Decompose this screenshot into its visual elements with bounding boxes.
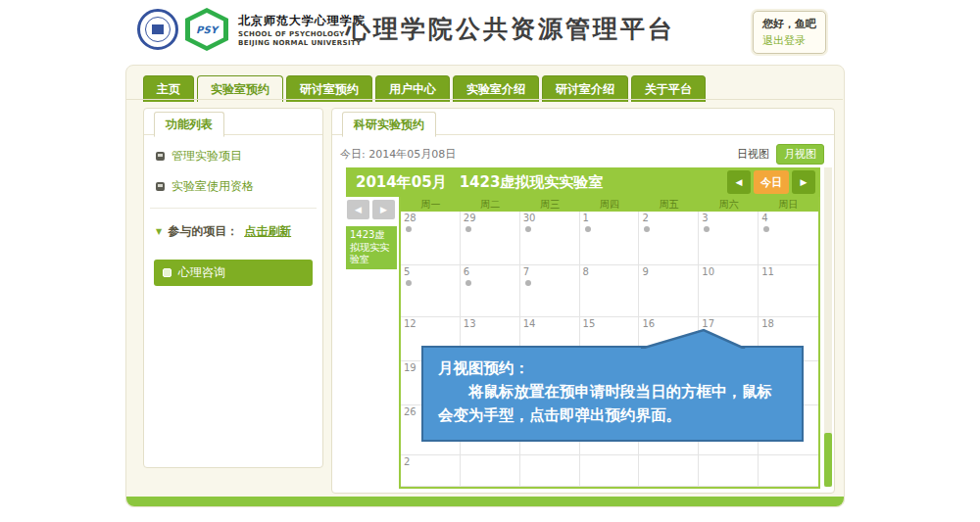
prev-month-button[interactable]: ◀ <box>727 170 751 194</box>
month-view-button[interactable]: 月视图 <box>776 144 824 165</box>
sidebar-items: 管理实验项目实验室使用资格 <box>144 141 322 202</box>
sidebar-item[interactable]: 实验室使用资格 <box>144 171 322 202</box>
day-number: 9 <box>639 265 698 277</box>
booking-dot <box>406 226 412 232</box>
calendar-day-cell[interactable]: 5 <box>401 265 461 317</box>
calendar-day-cell[interactable]: 9 <box>639 265 699 317</box>
day-number: 7 <box>520 265 579 277</box>
calendar-day-cell[interactable] <box>759 455 818 487</box>
day-number: 11 <box>759 265 818 277</box>
sidebar-item-label: 实验室使用资格 <box>172 178 254 195</box>
arrow-left-icon: ◀ <box>736 177 743 187</box>
refresh-link[interactable]: 点击刷新 <box>244 223 291 240</box>
weekday-label: 周五 <box>639 197 699 212</box>
day-number: 30 <box>520 212 579 223</box>
nav-tab[interactable]: 关于平台 <box>631 75 706 102</box>
calendar-scrollbar-track <box>824 167 832 487</box>
rail-prev-button[interactable]: ◀ <box>347 200 369 219</box>
day-number <box>520 455 579 456</box>
nav-tab[interactable]: 实验室介绍 <box>453 75 539 102</box>
sidebar: 功能列表 管理实验项目实验室使用资格 ▼ 参与的项目： 点击刷新 心理咨询 <box>143 108 323 468</box>
booking-dot <box>406 280 412 286</box>
calendar-scrollbar-thumb[interactable] <box>824 433 832 487</box>
arrow-right-icon: ▶ <box>801 177 808 187</box>
calendar-day-cell[interactable]: 2 <box>401 455 461 487</box>
calendar-day-cell[interactable]: 29 <box>461 212 520 265</box>
calendar-day-cell[interactable]: 6 <box>461 265 520 317</box>
nav-tab[interactable]: 研讨室介绍 <box>542 75 628 102</box>
nav-tab[interactable]: 实验室预约 <box>197 75 283 102</box>
next-month-button[interactable]: ▶ <box>792 170 815 194</box>
day-number: 2 <box>401 455 460 467</box>
day-number <box>461 455 519 456</box>
main-tabs: 主页实验室预约研讨室预约用户中心实验室介绍研讨室介绍关于平台 <box>143 75 706 102</box>
today-date-label: 今日: 2014年05月08日 <box>340 147 456 162</box>
rail-next-button[interactable]: ▶ <box>372 200 395 219</box>
day-number: 29 <box>461 212 519 223</box>
sidebar-item-active[interactable]: 心理咨询 <box>154 260 313 286</box>
calendar-day-cell[interactable] <box>520 455 580 487</box>
calendar-grid-area: 周一周二周三周四周五周六周日 2829301234567891011121314… <box>399 197 820 489</box>
day-number: 10 <box>699 265 758 277</box>
day-number: 28 <box>401 212 460 223</box>
sidebar-tabrow: 功能列表 <box>144 109 322 135</box>
weekday-label: 周二 <box>461 197 520 212</box>
booking-dot <box>704 226 710 232</box>
arrow-right-icon: ▶ <box>380 205 387 214</box>
day-number <box>580 455 639 456</box>
nav-tab[interactable]: 用户中心 <box>375 75 450 102</box>
calendar-day-cell[interactable] <box>580 455 640 487</box>
logout-link[interactable]: 退出登录 <box>762 33 816 48</box>
sidebar-item[interactable]: 管理实验项目 <box>144 141 322 171</box>
day-number <box>639 455 698 456</box>
day-number <box>699 455 758 456</box>
calendar-header: 2014年05月 1423虚拟现实实验室 ◀ 今日 ▶ <box>346 167 820 197</box>
seal-core <box>152 24 164 34</box>
calendar-month: 2014年05月 <box>356 173 447 192</box>
tab-divider <box>126 99 843 100</box>
weekday-label: 周四 <box>580 197 640 212</box>
page: PSY 北京师范大学心理学院 SCHOOL OF PSYCHOLOGY BEIJ… <box>0 0 980 522</box>
day-number: 14 <box>520 317 579 329</box>
calendar-day-cell[interactable]: 10 <box>699 265 759 317</box>
monitor-icon <box>156 182 165 191</box>
calendar-day-cell[interactable] <box>461 455 520 487</box>
calendar-day-cell[interactable]: 28 <box>401 212 461 265</box>
user-box: 您好，鱼吧 退出登录 <box>753 11 826 54</box>
day-number: 2 <box>639 212 698 223</box>
tab-research-booking[interactable]: 科研实验预约 <box>342 112 436 137</box>
calendar-day-cell[interactable] <box>639 455 699 487</box>
day-number: 3 <box>699 212 758 223</box>
callout-pointer <box>641 328 747 349</box>
seal-inner-ring <box>145 17 171 42</box>
calendar-day-cell[interactable]: 11 <box>759 265 818 317</box>
monitor-icon <box>163 268 172 277</box>
calendar-day-cell[interactable]: 8 <box>580 265 640 317</box>
room-rail: ◀ ▶ 1423虚拟现实实验室 <box>346 197 399 489</box>
sidebar-separator <box>150 208 317 209</box>
rail-room-label[interactable]: 1423虚拟现实实验室 <box>346 226 397 269</box>
calendar-day-cell[interactable]: 7 <box>520 265 580 317</box>
nav-tab[interactable]: 研讨室预约 <box>286 75 372 102</box>
calendar-day-cell[interactable]: 1 <box>580 212 640 265</box>
day-number: 4 <box>759 212 818 223</box>
help-callout: 月视图预约： 将鼠标放置在预申请时段当日的方框中，鼠标会变为手型，点击即弹出预约… <box>421 346 804 442</box>
chevron-down-icon[interactable]: ▼ <box>156 227 162 236</box>
weekday-row: 周一周二周三周四周五周六周日 <box>401 197 818 212</box>
day-number: 6 <box>461 265 519 277</box>
calendar-day-cell[interactable] <box>699 455 759 487</box>
today-button[interactable]: 今日 <box>754 170 789 194</box>
calendar-day-cell[interactable]: 30 <box>520 212 580 265</box>
calendar-day-cell[interactable]: 3 <box>699 212 759 265</box>
day-view-button[interactable]: 日视图 <box>737 147 769 162</box>
header: PSY 北京师范大学心理学院 SCHOOL OF PSYCHOLOGY BEIJ… <box>0 0 980 63</box>
calendar-day-cell[interactable]: 4 <box>759 212 818 265</box>
nav-tab[interactable]: 主页 <box>143 75 194 102</box>
university-seal-logo <box>137 9 178 50</box>
projects-label: 参与的项目： <box>168 223 238 240</box>
calendar-day-cell[interactable]: 2 <box>639 212 699 265</box>
booking-dot <box>763 226 769 232</box>
calendar-body: ◀ ▶ 1423虚拟现实实验室 周一周二周三周四周五周六周日 282930123… <box>346 197 820 489</box>
page-title: 心理学院公共资源管理平台 <box>346 13 675 45</box>
projects-section: ▼ 参与的项目： 点击刷新 <box>144 214 322 244</box>
